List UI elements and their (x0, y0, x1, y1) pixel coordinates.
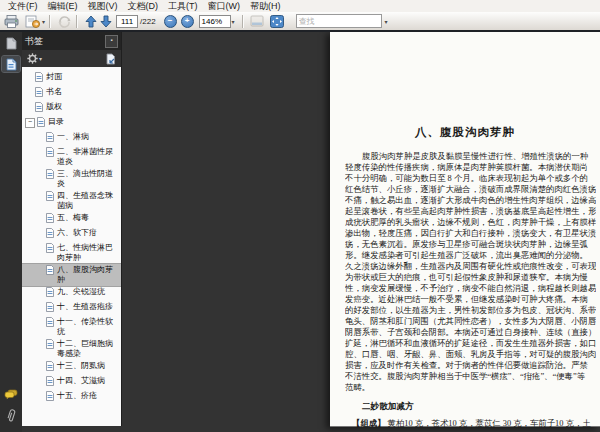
search-input[interactable] (296, 14, 382, 28)
zoom-dropdown-caret[interactable]: ▾ (232, 18, 235, 25)
expander-spacer (36, 362, 44, 370)
bookmarks-panel-header: 书签 ▪ (22, 32, 121, 50)
menu-item-5[interactable]: 窗口(W) (203, 0, 246, 12)
comments-panel-button[interactable] (2, 386, 20, 402)
bookmark-page-icon (46, 169, 54, 179)
bookmark-item[interactable]: 版权 (22, 101, 121, 116)
body-text-line: 不痛，触之易出血，逐渐扩大形成牛肉色的增生性肉芽组织，边缘高 (345, 195, 596, 206)
page-number-input[interactable] (116, 15, 138, 28)
menu-item-4[interactable]: 工具(T) (163, 0, 203, 12)
bookmark-item[interactable]: 十四、艾滋病 (22, 375, 121, 390)
bookmark-item-selected[interactable]: 八、腹股沟肉芽肿 (22, 264, 121, 286)
pages-panel-button[interactable] (2, 35, 20, 51)
bookmark-item[interactable]: 九、尖锐湿疣 (22, 286, 121, 301)
collapse-expander-icon[interactable]: − (25, 118, 35, 128)
expander-spacer (36, 192, 44, 200)
bookmark-label: 八、腹股沟肉芽肿 (57, 265, 120, 285)
menu-item-3[interactable]: 文档(D) (123, 0, 164, 12)
bookmark-page-icon (46, 265, 54, 275)
bookmark-page-icon (35, 87, 43, 97)
zoom-level-field[interactable]: 146% (199, 15, 231, 28)
printer-icon (4, 15, 19, 28)
expander-spacer (36, 392, 44, 400)
circular-arrows-icon (57, 15, 72, 28)
options-dropdown-caret[interactable]: ▾ (39, 55, 42, 62)
bookmarks-panel-button[interactable] (2, 56, 20, 72)
bookmark-item[interactable]: 五、梅毒 (22, 212, 121, 227)
menu-item-6[interactable]: 帮助(H) (245, 0, 286, 12)
paperclip-icon (6, 408, 17, 422)
zoom-out-button[interactable]: − (164, 15, 177, 28)
bookmark-item[interactable]: 一、淋病 (22, 131, 121, 146)
bookmark-item[interactable]: 六、软下疳 (22, 227, 121, 242)
bookmark-page-icon (46, 243, 54, 253)
bookmark-item[interactable]: 十五、疥疮 (22, 390, 121, 405)
bookmarks-tree: 封面书名版权−目录一、淋病二、非淋菌性尿道炎三、滴虫性阴道炎四、生殖器念珠菌病五… (22, 67, 121, 426)
expander-spacer (36, 133, 44, 141)
bookmark-label: 三、滴虫性阴道炎 (57, 169, 120, 189)
panel-menu-button[interactable]: ▪ (105, 35, 118, 48)
body-text-line: 扩延，淋巴循环和血液循环的扩延途径，而发生生殖器外损害，如口 (345, 338, 596, 349)
zoom-level-value: 146% (202, 17, 222, 26)
fit-width-icon (250, 15, 264, 27)
bookmark-page-icon (46, 339, 54, 349)
expander-spacer (25, 73, 33, 81)
bookmarks-icon (6, 58, 17, 71)
bookmark-page-icon (37, 117, 45, 127)
bookmark-label: 一、淋病 (57, 132, 120, 142)
body-text-line: 范畴。 (345, 382, 596, 393)
bookmarks-panel-toolbar: ▾ (22, 50, 121, 68)
menu-item-1[interactable]: 编辑(E) (43, 0, 83, 12)
bookmark-label: 书名 (46, 87, 120, 97)
bookmark-item[interactable]: 十一、传染性软疣 (22, 316, 121, 338)
document-page[interactable]: 八、腹股沟肉芽肿 腹股沟肉芽肿是皮肤及黏膜呈慢性进行性、增殖性溃疡的一种轻度传染… (330, 32, 600, 427)
page-total-label: /222 (140, 17, 156, 26)
bookmark-item[interactable]: 十、生殖器疱疹 (22, 301, 121, 316)
bookmark-page-icon (46, 228, 54, 238)
bookmark-page-icon (46, 391, 54, 401)
bookmark-item[interactable]: 七、性病性淋巴肉芽肿 (22, 242, 121, 264)
bookmark-item[interactable]: 四、生殖器念珠菌病 (22, 190, 121, 212)
bookmark-item[interactable]: −目录 (22, 116, 121, 131)
bookmark-item[interactable]: 二、非淋菌性尿道炎 (22, 146, 121, 168)
arrow-up-icon (85, 15, 97, 28)
fit-page-button[interactable] (270, 15, 284, 28)
next-page-button[interactable] (100, 15, 112, 28)
bookmark-label: 五、梅毒 (57, 213, 120, 223)
menu-item-0[interactable]: 文件(F) (3, 0, 43, 12)
bookmark-item[interactable]: 三、滴虫性阴道炎 (22, 168, 121, 190)
body-text-line: 腔、口唇、咽、牙龈、鼻、面颊、乳房及手指等，对可疑的腹股沟肉芽肿 (345, 349, 596, 360)
bookmark-label: 十四、艾滋病 (57, 376, 120, 386)
search-dropdown-caret[interactable]: ▾ (385, 18, 388, 25)
locate-current-bookmark-button[interactable] (105, 53, 116, 65)
body-text-line: 为带状或巨大的疤痕，也可引起假性象皮肿和尿道狭窄。本病为慢 (345, 272, 596, 283)
bookmark-label: 十一、传染性软疣 (57, 317, 120, 337)
bookmark-item[interactable]: 书名 (22, 86, 121, 101)
gear-icon (27, 53, 38, 64)
bookmark-options-button[interactable]: ▾ (27, 53, 42, 64)
bookmark-label: 四、生殖器念珠菌病 (57, 191, 120, 211)
previous-page-button[interactable] (85, 15, 97, 28)
attachments-panel-button[interactable] (2, 407, 20, 423)
body-text-line: 久之溃疡边缘外翻，生殖器内及周围有硬化性或疤痕性改变，可表现 (345, 261, 596, 272)
expander-spacer (36, 266, 44, 274)
zoom-in-button[interactable]: + (181, 15, 194, 28)
expander-spacer (36, 318, 44, 326)
bookmark-label: 二、非淋菌性尿道炎 (57, 147, 120, 167)
toolbar-separator (242, 15, 244, 28)
bookmark-item[interactable]: 十三、阴虱病 (22, 360, 121, 375)
email-dropdown-caret[interactable]: ▾ (42, 18, 45, 25)
bookmark-page-icon (46, 213, 54, 223)
bookmark-page-icon (35, 102, 43, 112)
bookmark-item[interactable]: 十二、巨细胞病毒感染 (22, 338, 121, 360)
email-button[interactable]: ▾ (25, 15, 45, 28)
menu-item-2[interactable]: 视图(V) (83, 0, 123, 12)
fit-width-button (250, 15, 264, 27)
bookmarks-panel-title: 书签 (25, 35, 105, 48)
document-pane[interactable]: 八、腹股沟肉芽肿 腹股沟肉芽肿是皮肤及黏膜呈慢性进行性、增殖性溃疡的一种轻度传染… (122, 32, 600, 432)
print-button[interactable] (4, 15, 19, 28)
bookmark-page-icon (46, 302, 54, 312)
navigation-panel-strip (0, 32, 22, 432)
bookmark-item[interactable]: 封面 (22, 71, 121, 86)
body-text-line: 不洁性交。腹股沟肉芽肿相当于中医学“横痃”、“疳疮”、“便毒”等 (345, 371, 596, 382)
